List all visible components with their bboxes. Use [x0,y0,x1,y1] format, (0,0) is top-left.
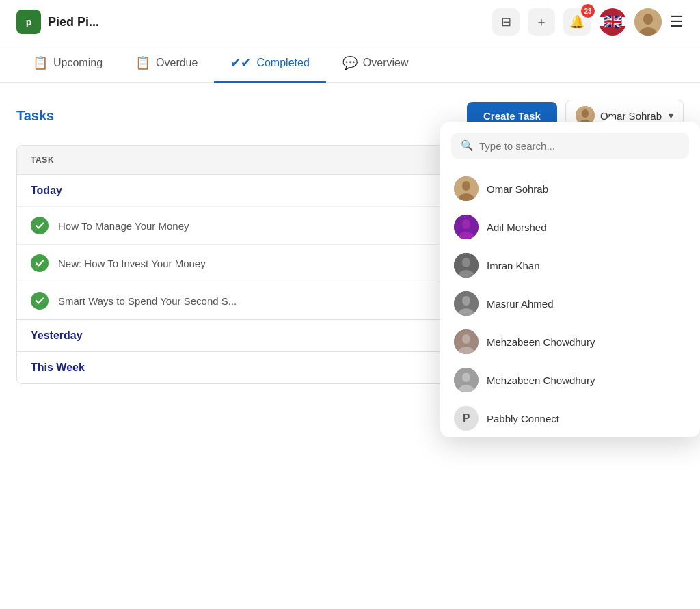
add-button[interactable]: ＋ [528,8,555,36]
search-input[interactable] [479,140,679,152]
dropdown-user-name: Pabbly Connect [487,413,559,424]
tab-overdue-label: Overdue [156,57,198,69]
dropdown-user-item[interactable]: Masrur Ahmed [440,284,700,323]
app-title: Pied Pi... [48,15,99,29]
dropdown-user-item[interactable]: Mehzabeen Chowdhury [440,323,700,361]
overview-icon: 💬 [342,55,358,70]
dropdown-user-name: Imran Khan [487,260,540,271]
svg-point-19 [462,334,470,344]
task-text: Smart Ways to Spend Your Second S... [58,295,237,307]
user-avatar-mehzabeen1 [454,329,479,354]
dropdown-user-name: Adil Morshed [487,221,547,233]
hamburger-menu[interactable]: ☰ [670,13,684,31]
tab-overview[interactable]: 💬 Overview [326,44,425,83]
search-icon: 🔍 [461,139,474,152]
user-avatar-masrur [454,291,479,316]
dropdown-user-item[interactable]: Omar Sohrab [440,170,700,208]
page-title: Tasks [16,108,54,124]
task-text: New: How To Invest Your Money [58,258,206,269]
completed-icon: ✔✔ [230,55,251,70]
dropdown-user-name: Mehzabeen Chowdhury [487,336,595,348]
notification-wrapper: 🔔 23 [563,8,591,36]
overdue-icon: 📋 [135,55,150,70]
header: p Pied Pi... ⊟ ＋ 🔔 23 🇬🇧 ☰ [0,0,700,44]
board-view-button[interactable]: ⊟ [492,8,520,36]
tab-overview-label: Overview [363,57,409,69]
dropdown-user-item[interactable]: Adil Morshed [440,208,700,246]
task-check-icon [31,292,49,310]
user-avatar-adil [454,215,479,239]
task-text: How To Manage Your Money [58,220,189,232]
app-logo: p [16,10,41,34]
svg-point-16 [462,296,470,306]
chevron-down-icon: ▾ [669,110,673,121]
dropdown-user-item[interactable]: Imran Khan [440,246,700,284]
tab-overdue[interactable]: 📋 Overdue [119,44,214,83]
user-avatar-header[interactable] [634,8,662,36]
svg-point-22 [462,373,470,382]
dropdown-user-name: Omar Sohrab [487,183,548,195]
language-flag[interactable]: 🇬🇧 [599,8,626,36]
task-check-icon [31,254,49,272]
dropdown-user-item[interactable]: P Pabbly Connect [440,399,700,437]
nav-tabs: 📋 Upcoming 📋 Overdue ✔✔ Completed 💬 Over… [0,44,700,83]
tab-upcoming[interactable]: 📋 Upcoming [16,44,119,83]
user-avatar-pabbly: P [454,406,479,431]
task-check-icon [31,217,49,234]
tab-completed[interactable]: ✔✔ Completed [214,44,325,83]
header-actions: ⊟ ＋ 🔔 23 🇬🇧 ☰ [492,8,684,36]
svg-point-4 [582,109,589,118]
dropdown-caret [604,115,618,122]
user-dropdown: 🔍 Omar Sohrab Adil [440,122,700,437]
user-avatar-omar [454,176,479,201]
dropdown-user-name: Masrur Ahmed [487,298,554,310]
logo-area: p Pied Pi... [16,10,492,34]
tab-upcoming-label: Upcoming [53,57,103,69]
svg-point-13 [462,258,470,267]
main-content: Tasks Create Task Omar Sohrab ▾ TASK [0,83,700,384]
svg-point-1 [643,14,653,25]
dropdown-user-item[interactable]: Mehzabeen Chowdhury [440,361,700,399]
user-avatar-imran [454,253,479,278]
user-avatar-mehzabeen2 [454,368,479,392]
notification-badge: 23 [581,4,595,18]
upcoming-icon: 📋 [33,55,48,70]
dropdown-user-name: Mehzabeen Chowdhury [487,375,595,386]
svg-point-7 [462,181,470,191]
svg-point-10 [462,219,470,229]
search-box: 🔍 [451,133,689,159]
tab-completed-label: Completed [256,57,309,69]
